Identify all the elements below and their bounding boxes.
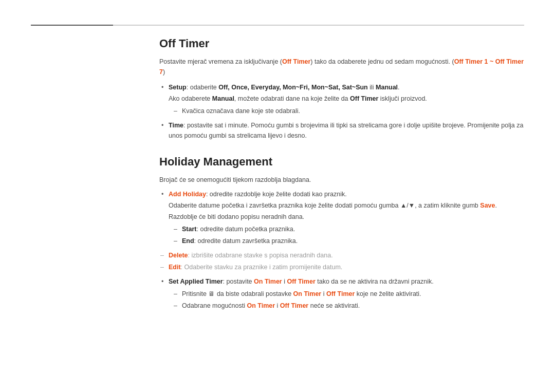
delete-label: Delete <box>169 252 188 259</box>
add-holiday-sub2: Razdoblje će biti dodano popisu neradnih… <box>169 212 524 222</box>
add-holiday-label: Add Holiday <box>169 191 206 198</box>
holiday-intro: Brojač će se onemogućiti tijekom razdobl… <box>159 175 524 185</box>
setup-sub1: Ako odaberete Manual, možete odabrati da… <box>169 94 524 104</box>
dash-edit: Edit: Odaberite stavku za praznike i zat… <box>159 262 524 272</box>
off-timer-section: Off Timer Postavite mjerač vremena za is… <box>159 37 524 141</box>
dash-end: End: odredite datum završetka praznika. <box>173 236 524 246</box>
edit-label: Edit <box>169 264 181 271</box>
dash-delete: Delete: izbrišite odabrane stavke s popi… <box>159 250 524 260</box>
top-border <box>31 25 524 26</box>
off-timer-intro: Postavite mjerač vremena za isključivanj… <box>159 57 524 77</box>
setup-label: Setup <box>169 84 187 91</box>
save-label: Save <box>480 202 495 209</box>
off-timer-highlight2: Off Timer 1 ~ Off Timer 7 <box>159 58 524 76</box>
on-timer-label1: On Timer <box>254 278 282 285</box>
top-border-dark <box>31 25 113 26</box>
top-border-light <box>113 25 524 26</box>
add-holiday-dash-list: Start: odredite datum početka praznika. … <box>173 224 524 246</box>
set-timer-dash2: Odabrane mogućnosti On Timer i Off Timer… <box>173 301 524 311</box>
holiday-bullet-add: Add Holiday: odredite razdoblje koje žel… <box>159 189 524 246</box>
start-label: Start <box>182 226 196 233</box>
on-timer-ref2: On Timer <box>247 302 275 309</box>
holiday-management-section: Holiday Management Brojač će se onemoguć… <box>159 155 524 311</box>
off-timer-bullet-setup: Setup: odaberite Off, Once, Everyday, Mo… <box>159 82 524 116</box>
main-content: Off Timer Postavite mjerač vremena za is… <box>159 37 524 371</box>
setup-sub1-manual: Manual <box>212 95 234 102</box>
set-timer-dash1: Pritisnite 🖥 da biste odabrali postavke … <box>173 289 524 299</box>
time-label: Time <box>169 122 183 129</box>
off-timer-ref1: Off Timer <box>326 290 355 297</box>
holiday-bullets2: Set Applied Timer: postavite On Timer i … <box>159 276 524 311</box>
set-timer-dash-list: Pritisnite 🖥 da biste odabrali postavke … <box>173 289 524 311</box>
dash-start: Start: odredite datum početka praznika. <box>173 224 524 234</box>
greyed-dash-list: Delete: izbrišite odabrane stavke s popi… <box>159 250 524 272</box>
add-holiday-sub1: Odaberite datume početka i završetka pra… <box>169 200 524 211</box>
off-timer-bullet-time: Time: postavite sat i minute. Pomoću gum… <box>159 120 524 141</box>
setup-dash1: Kvačica označava dane koje ste odabrali. <box>173 106 524 116</box>
holiday-management-title: Holiday Management <box>159 155 524 169</box>
setup-dash-list: Kvačica označava dane koje ste odabrali. <box>173 106 524 116</box>
end-label: End <box>182 237 194 245</box>
setup-options: Off, Once, Everyday, Mon~Fri, Mon~Sat, S… <box>218 84 367 91</box>
holiday-bullets: Add Holiday: odredite razdoblje koje žel… <box>159 189 524 246</box>
setup-sub1-offtimer: Off Timer <box>350 95 378 102</box>
holiday-bullet-set-timer: Set Applied Timer: postavite On Timer i … <box>159 276 524 311</box>
off-timer-label1: Off Timer <box>287 278 315 285</box>
setup-manual: Manual <box>376 84 398 91</box>
off-timer-ref2: Off Timer <box>280 302 308 309</box>
off-timer-highlight1: Off Timer <box>282 58 310 65</box>
off-timer-title: Off Timer <box>159 37 524 50</box>
on-timer-ref1: On Timer <box>293 290 322 297</box>
set-applied-timer-label: Set Applied Timer <box>169 278 223 285</box>
off-timer-bullets: Setup: odaberite Off, Once, Everyday, Mo… <box>159 82 524 141</box>
